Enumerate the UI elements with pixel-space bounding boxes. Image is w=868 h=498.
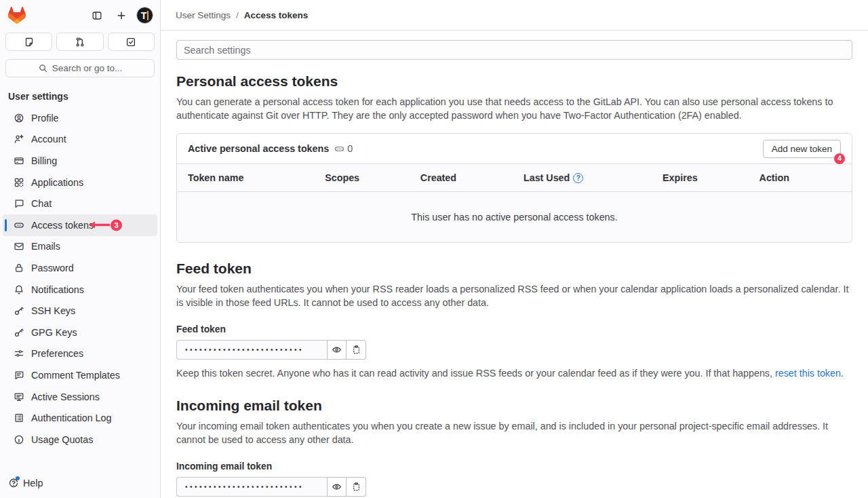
- token-icon: [14, 220, 24, 231]
- feed-token-copy-button[interactable]: [347, 340, 366, 360]
- feed-token-description: Your feed token authenticates you when y…: [176, 282, 852, 309]
- tokens-table: Token name Scopes Created Last Used ? Ex…: [177, 164, 852, 242]
- eye-icon: [332, 482, 342, 492]
- sidebar-nav: Profile Account Billing Applications Cha…: [0, 107, 160, 471]
- feed-token-group: [176, 340, 366, 360]
- user-avatar[interactable]: T: [136, 7, 153, 24]
- sidebar-item-gpg-keys[interactable]: GPG Keys: [3, 322, 157, 343]
- toggle-sidebar-button[interactable]: [87, 6, 106, 25]
- log-icon: [14, 413, 24, 423]
- sidebar-item-label: Billing: [31, 155, 57, 166]
- tokens-empty-state: This user has no active personal access …: [177, 192, 852, 242]
- sidebar-item-active-sessions[interactable]: Active Sessions: [3, 386, 157, 408]
- monitor-icon: [14, 391, 24, 402]
- column-token-name: Token name: [188, 164, 325, 191]
- plus-icon: [116, 10, 127, 21]
- incoming-email-token-description: Your incoming email token authenticates …: [176, 419, 852, 446]
- feed-token-help-text: Keep this token secret. Anyone who has i…: [176, 366, 852, 380]
- column-scopes: Scopes: [325, 164, 420, 191]
- search-settings-input[interactable]: [176, 40, 852, 60]
- sidebar-footer: Help: [0, 471, 160, 498]
- sidebar-item-label: Notifications: [31, 284, 84, 295]
- search-icon: [38, 63, 48, 73]
- sidebar-item-chat[interactable]: Chat: [3, 193, 157, 214]
- sliders-icon: [14, 348, 24, 359]
- incoming-email-token-reveal-button[interactable]: [327, 477, 347, 497]
- feed-token-field-label: Feed token: [176, 324, 852, 334]
- sidebar-item-label: Chat: [31, 198, 52, 209]
- search-or-go-to[interactable]: Search or go to...: [5, 59, 155, 77]
- lock-icon: [14, 263, 24, 273]
- sidebar-item-comment-templates[interactable]: Comment Templates: [3, 364, 157, 386]
- feed-token-reveal-button[interactable]: [327, 340, 347, 360]
- sidebar-item-label: Comment Templates: [31, 370, 120, 381]
- chat-bubble-icon: [14, 198, 24, 209]
- sidebar-shortcuts: [0, 31, 160, 54]
- sidebar-item-ssh-keys[interactable]: SSH Keys: [3, 300, 157, 322]
- incoming-email-token-input[interactable]: [176, 477, 327, 497]
- incoming-email-token-copy-button[interactable]: [347, 477, 366, 497]
- sidebar-item-label: Active Sessions: [31, 391, 100, 402]
- clipboard-copy-icon: [351, 482, 361, 492]
- sidebar-item-access-tokens[interactable]: Access tokens 3: [3, 214, 157, 236]
- sidebar-item-billing[interactable]: Billing: [3, 150, 157, 172]
- column-created: Created: [420, 164, 524, 191]
- sidebar-item-profile[interactable]: Profile: [3, 107, 157, 129]
- sidebar-item-label: GPG Keys: [31, 327, 77, 338]
- sidebar-item-label: Account: [31, 134, 66, 145]
- sidebar-item-label: Password: [31, 263, 74, 273]
- feed-reset-token-link[interactable]: reset this token: [775, 368, 841, 379]
- issues-icon: [24, 37, 35, 47]
- incoming-email-token-title: Incoming email token: [176, 398, 852, 414]
- create-new-button[interactable]: [112, 6, 131, 25]
- sidebar-item-preferences[interactable]: Preferences: [3, 343, 157, 365]
- panel-left-icon: [92, 10, 102, 21]
- column-action: Action: [760, 164, 841, 191]
- active-tokens-card-title: Active personal access tokens: [188, 143, 329, 154]
- mail-icon: [14, 241, 24, 252]
- gitlab-logo-icon[interactable]: [8, 7, 26, 24]
- personal-access-tokens-title: Personal access tokens: [176, 73, 852, 90]
- breadcrumb-separator: /: [236, 10, 239, 20]
- help-notification-dot: [16, 476, 20, 480]
- gitlab-settings-app: T Search or go to... User settings Profi…: [0, 0, 868, 498]
- breadcrumb: User Settings / Access tokens: [176, 10, 308, 20]
- add-new-token-button[interactable]: Add new token: [763, 140, 841, 158]
- personal-access-tokens-description: You can generate a personal access token…: [176, 95, 852, 122]
- sidebar-item-password[interactable]: Password: [3, 257, 157, 279]
- clipboard-copy-icon: [351, 345, 361, 355]
- gauge-icon: [14, 434, 24, 445]
- settings-content: Personal access tokens You can generate …: [161, 31, 868, 498]
- sidebar-item-usage-quotas[interactable]: Usage Quotas: [3, 429, 157, 451]
- sidebar-item-notifications[interactable]: Notifications: [3, 279, 157, 301]
- eye-icon: [332, 345, 342, 355]
- sidebar: T Search or go to... User settings Profi…: [0, 0, 161, 498]
- sidebar-item-label: Emails: [31, 241, 60, 252]
- feed-token-title: Feed token: [176, 261, 852, 277]
- merge-request-icon: [75, 37, 85, 47]
- apps-grid-icon: [14, 177, 24, 188]
- sidebar-item-label: Authentication Log: [31, 413, 111, 423]
- sidebar-item-authentication-log[interactable]: Authentication Log: [3, 407, 157, 429]
- key-icon: [14, 327, 24, 338]
- sidebar-item-account[interactable]: Account: [3, 129, 157, 151]
- issues-shortcut-button[interactable]: [5, 33, 52, 51]
- account-icon: [14, 134, 24, 145]
- sidebar-item-label: Profile: [31, 113, 59, 123]
- help-menu-item[interactable]: Help: [8, 478, 43, 489]
- sidebar-item-applications[interactable]: Applications: [3, 172, 157, 193]
- sidebar-item-emails[interactable]: Emails: [3, 236, 157, 258]
- sidebar-item-label: SSH Keys: [31, 305, 75, 316]
- search-placeholder-label: Search or go to...: [52, 63, 123, 73]
- breadcrumb-user-settings[interactable]: User Settings: [176, 10, 231, 20]
- token-count-value: 0: [347, 143, 353, 154]
- column-expires: Expires: [663, 164, 760, 191]
- incoming-email-token-field-label: Incoming email token: [176, 461, 852, 472]
- feed-token-input[interactable]: [176, 340, 327, 360]
- merge-requests-shortcut-button[interactable]: [56, 33, 103, 51]
- active-tokens-count: 0: [334, 143, 353, 154]
- main-panel: User Settings / Access tokens Personal a…: [161, 0, 868, 498]
- last-used-help-icon[interactable]: ?: [573, 173, 583, 183]
- credit-card-icon: [14, 155, 24, 166]
- todo-list-shortcut-button[interactable]: [108, 33, 155, 51]
